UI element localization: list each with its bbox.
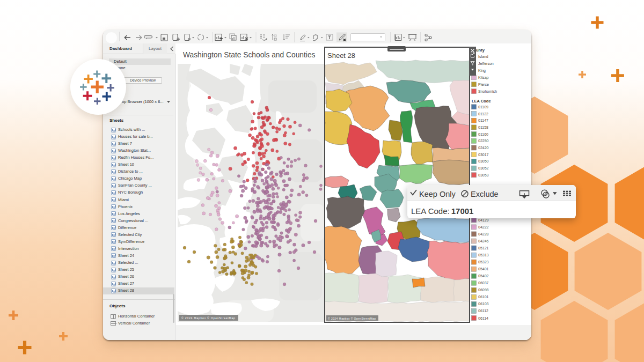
svg-text:Exclude: Exclude xyxy=(471,190,499,198)
svg-text:Keep Only: Keep Only xyxy=(419,190,456,198)
